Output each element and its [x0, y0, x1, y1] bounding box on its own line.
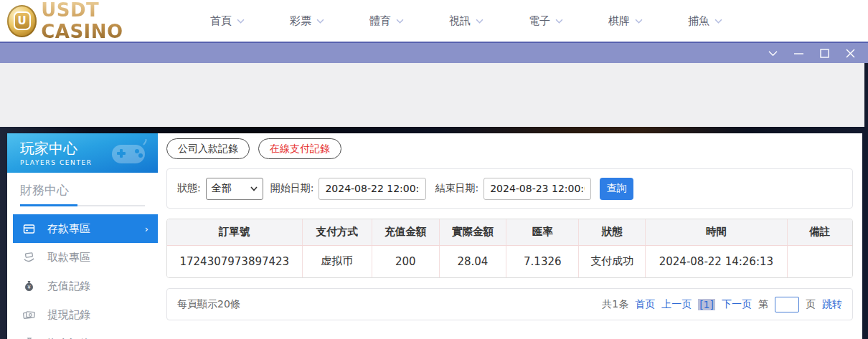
col-status: 狀態 — [579, 219, 646, 245]
site-header: U USDT CASINO 首頁 彩票 體育 視訊 電子 棋牌 捕魚 — [0, 0, 868, 42]
nav-label: 捕魚 — [688, 14, 709, 28]
total-count-text: 共1条 — [602, 298, 628, 311]
table-header-row: 訂單號 支付方式 充值金額 實際金額 匯率 狀態 時間 備註 — [167, 219, 852, 245]
tab-company-deposit-records[interactable]: 公司入款記錄 — [166, 138, 250, 159]
cell-exchange-rate: 7.1326 — [506, 245, 579, 277]
sidebar-header: 玩家中心 PLAYERS CENTER — [7, 133, 158, 173]
col-actual-amount: 實際金額 — [439, 219, 506, 245]
cell-time: 2024-08-22 14:26:13 — [646, 245, 788, 277]
status-select[interactable]: 全部 — [206, 178, 263, 200]
status-label: 狀態: — [177, 182, 201, 195]
sidebar-section: 財務中心 — [7, 173, 158, 206]
nav-label: 彩票 — [290, 14, 311, 28]
player-center-panel: 玩家中心 PLAYERS CENTER 財務中心 存款專區 › — [7, 133, 862, 339]
section-underline — [20, 205, 145, 206]
window-collapse-icon[interactable] — [768, 49, 778, 58]
sidebar-item-cashout-records[interactable]: 提現記錄 — [13, 300, 158, 329]
current-page-indicator: [1] — [698, 299, 715, 310]
sidebar-menu: 存款專區 › 取款專區 ¥ 充值記錄 提現記錄 — [7, 214, 158, 339]
nav-item-cards[interactable]: 棋牌 — [608, 14, 643, 28]
end-date-label: 結束日期: — [435, 182, 478, 195]
col-remark: 備註 — [787, 219, 852, 245]
status-select-value: 全部 — [212, 182, 232, 195]
chevron-down-icon — [396, 19, 404, 24]
sidebar-item-deposit[interactable]: 存款專區 › — [13, 214, 158, 243]
cell-payment-method: 虚拟币 — [302, 245, 372, 277]
col-exchange-rate: 匯率 — [506, 219, 579, 245]
cell-status: 支付成功 — [579, 245, 646, 277]
end-date-input[interactable] — [483, 178, 591, 200]
record-tabs: 公司入款記錄 在線支付記錄 — [166, 138, 853, 159]
section-title: 財務中心 — [20, 182, 145, 199]
cell-recharge-amount: 200 — [372, 245, 440, 277]
sidebar-item-funds-records[interactable]: 資金記錄 — [13, 329, 158, 339]
col-recharge-amount: 充值金額 — [372, 219, 440, 245]
sidebar-item-label: 充值記錄 — [47, 280, 90, 293]
chevron-down-icon — [714, 19, 722, 24]
banknotes-icon — [23, 309, 35, 321]
site-logo[interactable]: U USDT CASINO — [7, 0, 176, 42]
maximize-icon[interactable] — [820, 49, 829, 58]
nav-label: 體育 — [369, 14, 391, 28]
page-size-text: 每頁顯示20條 — [177, 298, 240, 311]
withdraw-hand-icon — [23, 252, 35, 264]
col-time: 時間 — [646, 219, 788, 245]
sidebar-item-label: 提現記錄 — [47, 308, 90, 322]
nav-item-lottery[interactable]: 彩票 — [290, 14, 324, 28]
dialog-empty-area — [0, 63, 864, 127]
chevron-down-icon — [476, 19, 483, 24]
records-content: 公司入款記錄 在線支付記錄 狀態: 全部 開始日期: 結束日期: 查詢 — [158, 133, 862, 339]
sidebar-item-label: 存款專區 — [47, 222, 90, 236]
next-page-link[interactable]: 下一页 — [722, 298, 752, 311]
coin-logo-icon: U — [7, 5, 37, 37]
jump-action-link[interactable]: 跳转 — [822, 298, 842, 311]
chevron-down-icon — [237, 19, 245, 24]
window-controls — [768, 49, 855, 58]
chevron-right-icon: › — [145, 224, 148, 234]
nav-label: 棋牌 — [608, 14, 630, 28]
sidebar-item-withdraw[interactable]: 取款專區 — [13, 243, 158, 272]
pagination-bar: 每頁顯示20條 共1条 首页 上一页 [1] 下一页 第 页 跳转 — [166, 288, 853, 320]
gamepad-icon — [108, 139, 149, 168]
money-bag-icon: ¥ — [23, 280, 35, 292]
chevron-down-icon — [635, 19, 643, 24]
nav-label: 電子 — [529, 14, 550, 28]
cell-remark — [787, 245, 852, 277]
records-table: 訂單號 支付方式 充值金額 實際金額 匯率 狀態 時間 備註 172430797… — [166, 219, 853, 278]
nav-item-fishing[interactable]: 捕魚 — [688, 14, 722, 28]
nav-item-home[interactable]: 首頁 — [210, 14, 245, 28]
nav-item-slots[interactable]: 電子 — [529, 14, 563, 28]
sidebar: 玩家中心 PLAYERS CENTER 財務中心 存款專區 › — [7, 133, 158, 339]
sidebar-item-label: 取款專區 — [47, 251, 90, 264]
sidebar-item-recharge-records[interactable]: ¥ 充值記錄 — [13, 272, 158, 300]
col-payment-method: 支付方式 — [302, 219, 372, 245]
jump-prefix-text: 第 — [758, 298, 768, 311]
main-nav: 首頁 彩票 體育 視訊 電子 棋牌 捕魚 — [210, 14, 722, 28]
prev-page-link[interactable]: 上一页 — [661, 298, 692, 311]
tab-online-payment-records[interactable]: 在線支付記錄 — [258, 138, 341, 159]
cell-order-no: 1724307973897423 — [167, 245, 302, 277]
svg-text:¥: ¥ — [27, 285, 31, 290]
pagination-controls: 共1条 首页 上一页 [1] 下一页 第 页 跳转 — [602, 297, 842, 312]
nav-label: 視訊 — [449, 14, 471, 28]
logo-u-badge: U — [14, 11, 31, 30]
sidebar-item-label: 資金記錄 — [47, 337, 90, 339]
nav-item-live[interactable]: 視訊 — [449, 14, 483, 28]
first-page-link[interactable]: 首页 — [635, 298, 655, 311]
start-date-input[interactable] — [319, 178, 426, 200]
page-jump-input[interactable] — [775, 297, 799, 312]
window-titlebar — [0, 42, 868, 63]
nav-item-sports[interactable]: 體育 — [369, 14, 404, 28]
start-date-label: 開始日期: — [270, 182, 314, 195]
jump-suffix-text: 页 — [806, 298, 816, 311]
table-row: 1724307973897423 虚拟币 200 28.04 7.1326 支付… — [167, 245, 852, 277]
close-icon[interactable] — [846, 49, 855, 58]
search-button[interactable]: 查詢 — [600, 178, 633, 200]
cell-actual-amount: 28.04 — [439, 245, 506, 277]
filter-bar: 狀態: 全部 開始日期: 結束日期: 查詢 — [166, 168, 853, 209]
col-order-no: 訂單號 — [167, 219, 302, 245]
nav-label: 首頁 — [210, 14, 232, 28]
minimize-icon[interactable] — [794, 49, 803, 58]
select-chevron-icon — [250, 186, 258, 191]
logo-text: USDT CASINO — [41, 0, 176, 42]
